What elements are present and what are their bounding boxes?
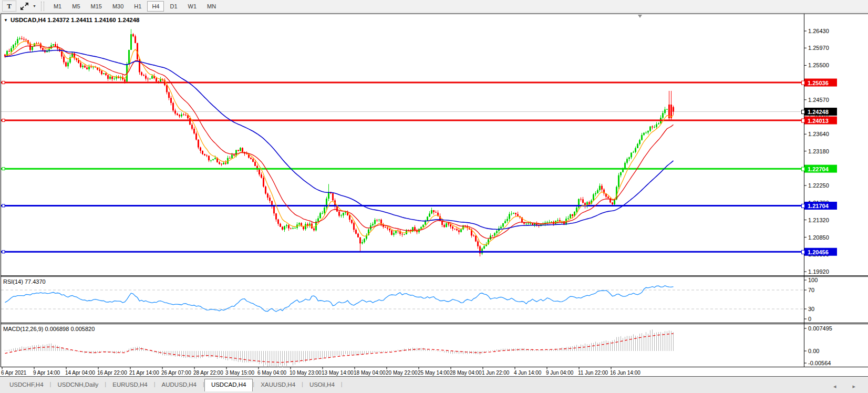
svg-text:1.22250: 1.22250 xyxy=(808,182,829,189)
mt4-window: T ▼ M1M5M15M30H1H4D1W1MN RSI(14) 77.4370… xyxy=(0,0,868,393)
price-badge-1.24013: 1.24013 xyxy=(802,117,838,125)
tab-audusd-h4[interactable]: AUDUSD,H4 xyxy=(156,379,203,390)
timeframe-button-mn[interactable]: MN xyxy=(202,1,221,12)
svg-text:16 Apr 22:00: 16 Apr 22:00 xyxy=(97,370,127,376)
text-tool-button[interactable]: T xyxy=(2,1,16,12)
svg-text:1.23180: 1.23180 xyxy=(808,148,829,154)
symbol-tabs: USDCHF,H4|USDCNH,Daily|EURUSD,H4|AUDUSD,… xyxy=(3,378,343,390)
svg-text:16 Jun 14:00: 16 Jun 14:00 xyxy=(610,370,640,376)
svg-text:13 May 14:00: 13 May 14:00 xyxy=(322,370,354,376)
price-badge-1.22704: 1.22704 xyxy=(802,165,838,173)
svg-text:100: 100 xyxy=(808,277,818,283)
chart-area: RSI(14) 77.4370MACD(12,26,9) 0.006898 0.… xyxy=(0,13,868,376)
current-price-badge: 1.24248 xyxy=(802,108,838,116)
svg-text:1.23640: 1.23640 xyxy=(808,131,829,137)
svg-text:1.25500: 1.25500 xyxy=(808,62,829,68)
svg-text:10 May 23:00: 10 May 23:00 xyxy=(290,370,322,376)
chart-title: ▼USDCAD,H4 1.24372 1.24411 1.24160 1.242… xyxy=(4,17,140,23)
svg-text:-0.00564: -0.00564 xyxy=(808,360,831,366)
svg-text:25 May 14:00: 25 May 14:00 xyxy=(418,370,450,376)
svg-text:1.21704: 1.21704 xyxy=(808,203,829,209)
svg-text:1.24248: 1.24248 xyxy=(808,109,829,115)
svg-text:1.21320: 1.21320 xyxy=(808,217,829,223)
svg-text:6 May 04:00: 6 May 04:00 xyxy=(257,370,286,376)
timeframe-button-h1[interactable]: H1 xyxy=(129,1,146,12)
svg-text:28 Apr 22:00: 28 Apr 22:00 xyxy=(193,370,223,376)
svg-text:1 Jun 22:00: 1 Jun 22:00 xyxy=(482,370,510,376)
svg-text:21 Apr 14:00: 21 Apr 14:00 xyxy=(129,370,159,376)
timeframe-buttons: M1M5M15M30H1H4D1W1MN xyxy=(48,1,221,12)
tab-usdcnh-daily[interactable]: USDCNH,Daily xyxy=(51,379,105,390)
tab-eurusd-h4[interactable]: EURUSD,H4 xyxy=(106,379,153,390)
svg-text:3 May 15:00: 3 May 15:00 xyxy=(225,370,254,376)
chart-background xyxy=(0,13,868,376)
svg-text:1.19920: 1.19920 xyxy=(808,268,829,275)
tab-scroll-arrows: ◂ ▸ xyxy=(833,383,863,390)
timeframe-button-d1[interactable]: D1 xyxy=(165,1,182,12)
rsi-label: RSI(14) 77.4370 xyxy=(3,278,46,285)
svg-text:0.007495: 0.007495 xyxy=(808,325,832,332)
svg-text:1.24570: 1.24570 xyxy=(808,97,829,103)
svg-text:30: 30 xyxy=(808,306,814,312)
timeframe-button-m5[interactable]: M5 xyxy=(67,1,85,12)
svg-text:11 Jun 22:00: 11 Jun 22:00 xyxy=(578,370,608,376)
chart-title-text: USDCAD,H4 1.24372 1.24411 1.24160 1.2424… xyxy=(11,17,140,23)
svg-text:0: 0 xyxy=(808,316,811,322)
svg-text:4 Jun 14:00: 4 Jun 14:00 xyxy=(514,370,542,376)
svg-text:1.24013: 1.24013 xyxy=(808,118,829,124)
svg-text:26 Apr 07:00: 26 Apr 07:00 xyxy=(161,370,191,376)
symbol-tabbar: USDCHF,H4|USDCNH,Daily|EURUSD,H4|AUDUSD,… xyxy=(0,376,868,393)
timeframe-button-m1[interactable]: M1 xyxy=(49,1,66,12)
tab-usoil-h4[interactable]: USOil,H4 xyxy=(303,379,341,390)
timeframe-button-m30[interactable]: M30 xyxy=(108,1,128,12)
svg-text:6 Apr 2021: 6 Apr 2021 xyxy=(1,370,27,376)
chart-title-marker: ▼ xyxy=(4,18,8,23)
svg-text:28 May 04:00: 28 May 04:00 xyxy=(450,370,482,376)
svg-text:1.20456: 1.20456 xyxy=(808,249,829,255)
svg-text:70: 70 xyxy=(808,287,814,293)
top-toolbar: T ▼ M1M5M15M30H1H4D1W1MN xyxy=(0,0,868,13)
svg-text:0.00: 0.00 xyxy=(808,348,819,354)
svg-text:1.25036: 1.25036 xyxy=(808,80,829,86)
crosshair-tool-button[interactable] xyxy=(17,1,32,12)
svg-text:18 May 04:00: 18 May 04:00 xyxy=(354,370,386,376)
price-badge-1.25036: 1.25036 xyxy=(802,79,838,87)
toolbar-grip[interactable] xyxy=(41,2,44,11)
svg-text:1.20850: 1.20850 xyxy=(808,234,829,241)
tab-xauusd-h4[interactable]: XAUUSD,H4 xyxy=(254,379,302,390)
diagonal-arrows-icon xyxy=(20,3,28,10)
svg-text:20 May 22:00: 20 May 22:00 xyxy=(386,370,418,376)
tabs-scroll-right-icon[interactable]: ▸ xyxy=(852,383,863,389)
svg-text:1.26430: 1.26430 xyxy=(808,28,829,34)
timeframe-button-m15[interactable]: M15 xyxy=(86,1,107,12)
tab-usdchf-h4[interactable]: USDCHF,H4 xyxy=(3,379,50,390)
price-badge-1.20456: 1.20456 xyxy=(802,248,838,256)
timeframe-button-h4[interactable]: H4 xyxy=(147,1,164,12)
tab-separator: | xyxy=(341,381,343,387)
svg-text:1.25970: 1.25970 xyxy=(808,45,829,51)
svg-text:14 Apr 04:00: 14 Apr 04:00 xyxy=(65,370,95,376)
timeframe-button-w1[interactable]: W1 xyxy=(183,1,202,12)
svg-text:9 Apr 14:00: 9 Apr 14:00 xyxy=(33,370,60,376)
svg-text:1.22704: 1.22704 xyxy=(808,166,829,172)
macd-label: MACD(12,26,9) 0.006898 0.005820 xyxy=(3,326,95,332)
tabs-scroll-left-icon[interactable]: ◂ xyxy=(833,383,844,389)
text-tool-icon: T xyxy=(7,3,12,9)
tab-usdcad-h4[interactable]: USDCAD,H4 xyxy=(204,379,253,391)
price-badge-1.21704: 1.21704 xyxy=(802,202,838,210)
tool-dropdown-caret[interactable]: ▼ xyxy=(33,4,36,8)
chart-canvas[interactable]: RSI(14) 77.4370MACD(12,26,9) 0.006898 0.… xyxy=(0,13,868,376)
svg-text:9 Jun 04:00: 9 Jun 04:00 xyxy=(546,370,574,376)
